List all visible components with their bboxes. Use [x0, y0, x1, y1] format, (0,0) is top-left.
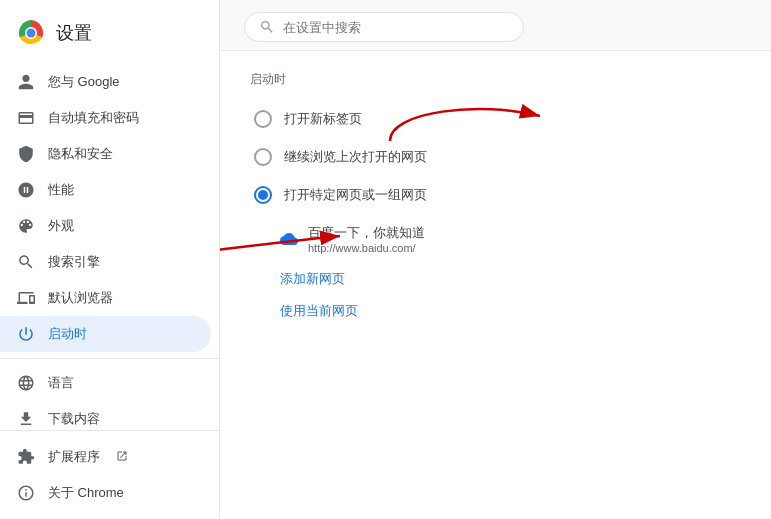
baidu-favicon-icon	[280, 230, 298, 248]
sidebar-item-autofill[interactable]: 自动填充和密码	[0, 100, 211, 136]
site-url: http://www.baidu.com/	[308, 242, 425, 254]
option-specific[interactable]: 打开特定网页或一组网页	[250, 176, 741, 214]
sidebar-item-google[interactable]: 您与 Google	[0, 64, 211, 100]
search-bar	[244, 12, 524, 42]
external-link-icon	[116, 450, 128, 465]
sidebar-header: 设置	[0, 10, 219, 64]
radio-new-tab[interactable]	[254, 110, 272, 128]
sidebar-item-appearance-label: 外观	[48, 217, 74, 235]
site-item-baidu[interactable]: 百度一下，你就知道 http://www.baidu.com/	[280, 218, 741, 260]
sidebar-item-download[interactable]: 下载内容	[0, 401, 211, 430]
option-new-tab-label: 打开新标签页	[284, 110, 362, 128]
radio-continue[interactable]	[254, 148, 272, 166]
option-specific-label: 打开特定网页或一组网页	[284, 186, 427, 204]
sidebar-item-about-label: 关于 Chrome	[48, 484, 124, 502]
radio-specific[interactable]	[254, 186, 272, 204]
option-continue-label: 继续浏览上次打开的网页	[284, 148, 427, 166]
sidebar-item-extensions[interactable]: 扩展程序	[0, 439, 211, 475]
autofill-icon	[16, 108, 36, 128]
palette-icon	[16, 216, 36, 236]
sidebar-nav: 您与 Google 自动填充和密码 隐私和安全 性能	[0, 64, 219, 430]
sidebar-item-google-label: 您与 Google	[48, 73, 120, 91]
extension-icon	[16, 447, 36, 467]
svg-point-4	[27, 29, 36, 38]
sidebar-item-autofill-label: 自动填充和密码	[48, 109, 139, 127]
option-new-tab[interactable]: 打开新标签页	[250, 100, 741, 138]
sidebar-item-appearance[interactable]: 外观	[0, 208, 211, 244]
section-label: 启动时	[250, 71, 741, 88]
sidebar-item-performance-label: 性能	[48, 181, 74, 199]
speed-icon	[16, 180, 36, 200]
sidebar-item-privacy-label: 隐私和安全	[48, 145, 113, 163]
power-icon	[16, 324, 36, 344]
sidebar-item-search-label: 搜索引擎	[48, 253, 100, 271]
browser-icon	[16, 288, 36, 308]
download-icon	[16, 409, 36, 429]
content-body: 启动时 打开新标签页 继续浏览上次打开的网页 打开特定网页或一组网页	[220, 51, 771, 519]
nav-divider	[0, 358, 219, 359]
app-title: 设置	[56, 21, 92, 45]
sidebar-item-search[interactable]: 搜索引擎	[0, 244, 211, 280]
sidebar-item-startup-label: 启动时	[48, 325, 87, 343]
options-list: 打开新标签页 继续浏览上次打开的网页 打开特定网页或一组网页	[250, 100, 741, 214]
search-input[interactable]	[283, 20, 509, 35]
sidebar-item-language[interactable]: 语言	[0, 365, 211, 401]
search-nav-icon	[16, 252, 36, 272]
sidebar: 设置 您与 Google 自动填充和密码 隐	[0, 0, 220, 519]
person-icon	[16, 72, 36, 92]
site-name: 百度一下，你就知道	[308, 224, 425, 242]
sidebar-item-language-label: 语言	[48, 374, 74, 392]
info-icon	[16, 483, 36, 503]
use-current-link[interactable]: 使用当前网页	[280, 296, 741, 326]
chrome-logo-icon	[16, 18, 46, 48]
sidebar-item-browser[interactable]: 默认浏览器	[0, 280, 211, 316]
sidebar-item-privacy[interactable]: 隐私和安全	[0, 136, 211, 172]
sidebar-item-extensions-label: 扩展程序	[48, 448, 100, 466]
language-icon	[16, 373, 36, 393]
shield-icon	[16, 144, 36, 164]
search-bar-area	[220, 0, 771, 51]
sidebar-item-download-label: 下载内容	[48, 410, 100, 428]
sidebar-footer: 扩展程序 关于 Chrome	[0, 430, 219, 519]
main-content: 启动时 打开新标签页 继续浏览上次打开的网页 打开特定网页或一组网页	[220, 0, 771, 519]
option-continue[interactable]: 继续浏览上次打开的网页	[250, 138, 741, 176]
add-page-link[interactable]: 添加新网页	[280, 264, 741, 294]
site-info: 百度一下，你就知道 http://www.baidu.com/	[308, 224, 425, 254]
search-icon	[259, 19, 275, 35]
links-section: 添加新网页 使用当前网页	[280, 264, 741, 326]
sidebar-item-startup[interactable]: 启动时	[0, 316, 211, 352]
sidebar-item-browser-label: 默认浏览器	[48, 289, 113, 307]
startup-sites: 百度一下，你就知道 http://www.baidu.com/ 添加新网页 使用…	[280, 218, 741, 326]
sidebar-item-about[interactable]: 关于 Chrome	[0, 475, 211, 511]
sidebar-item-performance[interactable]: 性能	[0, 172, 211, 208]
